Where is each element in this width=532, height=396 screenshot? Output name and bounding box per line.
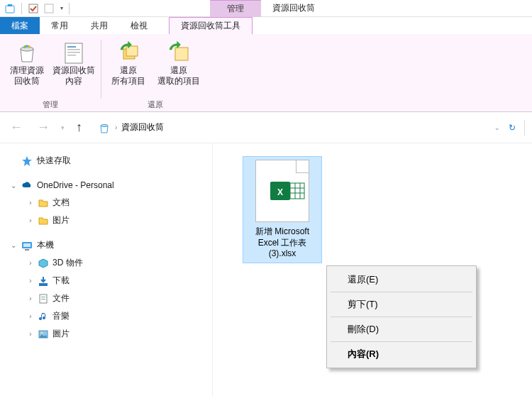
recycle-bin-properties-button[interactable]: 資源回收筒 內容 [51,38,96,99]
svg-point-6 [28,45,31,48]
ctx-properties[interactable]: 內容(R) [329,343,474,365]
contextual-tab-header: 管理 資源回收筒 [210,0,326,17]
ctx-cut[interactable]: 剪下(T) [329,293,474,316]
svg-rect-9 [67,49,80,50]
tree-onedrive[interactable]: ⌄ OneDrive - Personal [6,177,206,194]
context-menu: 還原(E) 剪下(T) 刪除(D) 內容(R) [326,265,477,368]
svg-rect-8 [67,46,76,48]
tree-label: 文档 [52,197,70,209]
svg-rect-0 [6,6,14,13]
ribbon-group-manage: 清理資源 回收筒 資源回收筒 內容 管理 [0,38,101,111]
tab-share[interactable]: 共用 [79,17,119,34]
nav-back-button[interactable]: ← [7,120,26,135]
ctx-separator [331,341,472,342]
tab-recycle-bin-tools[interactable]: 資源回收筒工具 [169,17,253,34]
svg-rect-21 [41,297,45,297]
tree-downloads[interactable]: › 下載 [23,272,206,290]
tree-label: 音樂 [52,310,70,322]
nav-forward-button[interactable]: → [34,120,52,135]
breadcrumb-current[interactable]: 資源回收筒 [121,121,164,133]
tree-label: 本機 [37,239,54,251]
recycle-bin-icon[interactable] [4,3,16,14]
caret-right-icon[interactable]: › [27,312,34,320]
tree-label: 图片 [52,214,70,226]
tab-view[interactable]: 檢視 [119,17,159,34]
tree-label: 圖片 [52,328,70,340]
music-note-icon [38,312,48,321]
file-item[interactable]: X 新增 Microsoft Excel 工作表 (3).xlsx [243,156,322,263]
nav-up-button[interactable]: ↑ [73,120,85,135]
excel-file-icon: X [255,160,309,222]
folder-icon [38,198,48,208]
tree-label: 快速存取 [37,155,71,167]
caret-right-icon[interactable]: › [27,295,34,302]
caret-right-icon[interactable]: › [27,199,34,207]
ctx-delete[interactable]: 刪除(D) [329,318,474,341]
caret-right-icon[interactable]: › [27,216,34,224]
tree-documents[interactable]: › 文件 [23,290,206,307]
breadcrumb-separator[interactable]: › [115,123,117,131]
tree-quick-access[interactable]: ▾ 快速存取 [6,152,206,170]
tree-this-pc[interactable]: ⌄ 本機 [6,236,206,254]
tree-label: 文件 [52,292,70,304]
tree-3d-objects[interactable]: › 3D 物件 [23,254,206,272]
svg-rect-11 [67,55,76,56]
qat-blank-icon[interactable] [43,3,55,14]
download-icon [38,276,48,286]
tree-label: OneDrive - Personal [37,180,114,190]
tree-label: 下載 [52,275,70,287]
group-label-restore: 還原 [148,99,163,111]
window-title: 資源回收筒 [261,0,326,17]
address-search-separator [524,120,525,136]
recycle-bin-icon [98,121,111,134]
restore-selected-button[interactable]: 還原 選取的項目 [153,38,205,99]
restore-all-button[interactable]: 還原 所有項目 [106,38,151,99]
svg-rect-14 [175,48,188,60]
tab-file[interactable]: 檔案 [0,17,40,34]
ctx-separator [331,292,472,292]
tree-pictures[interactable]: › 圖片 [23,325,206,343]
recycle-bin-full-icon [15,40,39,65]
tree-onedrive-pictures[interactable]: › 图片 [23,211,206,229]
tree-onedrive-documents[interactable]: › 文档 [23,194,206,211]
document-icon [38,294,48,304]
caret-down-icon[interactable]: ⌄ [10,241,17,249]
caret-right-icon[interactable]: › [27,330,34,338]
button-label: 還原 選取的項目 [157,65,200,87]
nav-history-dropdown[interactable]: ▾ [61,124,65,131]
tree-label: 3D 物件 [52,257,83,269]
qat-separator [21,3,22,14]
ctx-separator [331,317,472,317]
cloud-icon [21,180,33,191]
ctx-restore[interactable]: 還原(E) [329,268,474,291]
svg-rect-22 [41,299,45,299]
title-bar: ▾ 管理 資源回收筒 [0,0,532,17]
qat-customize-dropdown[interactable]: ▾ [60,5,63,11]
caret-right-icon[interactable]: › [27,259,34,267]
empty-recycle-bin-button[interactable]: 清理資源 回收筒 [4,38,50,99]
breadcrumb-dropdown[interactable]: ⌄ [494,124,500,131]
ribbon-group-restore: 還原 所有項目 還原 選取的項目 還原 [101,38,209,111]
svg-rect-2 [29,4,38,13]
breadcrumb[interactable]: › 資源回收筒 [94,119,486,137]
caret-right-icon[interactable]: › [27,277,34,285]
star-icon [21,155,33,167]
file-name-label: 新增 Microsoft Excel 工作表 (3).xlsx [246,226,318,260]
svg-marker-16 [22,156,32,166]
folder-icon [38,216,48,226]
tree-music[interactable]: › 音樂 [23,307,206,325]
refresh-button[interactable]: ↻ [509,123,516,133]
properties-sheet-icon [62,40,86,65]
svg-text:X: X [277,187,283,197]
properties-icon[interactable] [28,3,39,14]
tab-home[interactable]: 常用 [40,17,79,34]
group-label-manage: 管理 [43,99,58,111]
svg-rect-3 [45,4,53,13]
pc-icon [21,240,33,251]
picture-icon [38,329,48,339]
svg-rect-19 [25,249,29,251]
caret-down-icon[interactable]: ⌄ [10,182,17,189]
svg-point-24 [41,331,43,334]
svg-rect-10 [67,52,80,53]
button-label: 清理資源 回收筒 [10,65,44,87]
